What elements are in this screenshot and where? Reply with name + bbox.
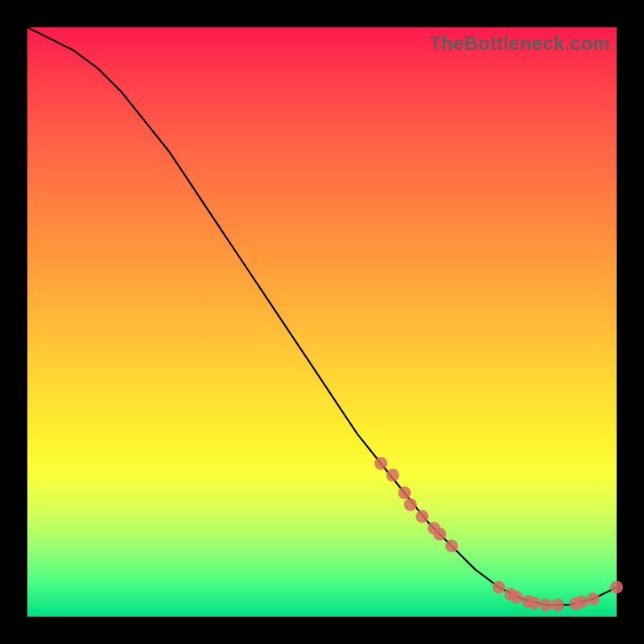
plot-area: TheBottleneck.com xyxy=(27,27,617,617)
heat-gradient-background xyxy=(27,27,617,617)
chart-frame: TheBottleneck.com xyxy=(0,0,644,644)
